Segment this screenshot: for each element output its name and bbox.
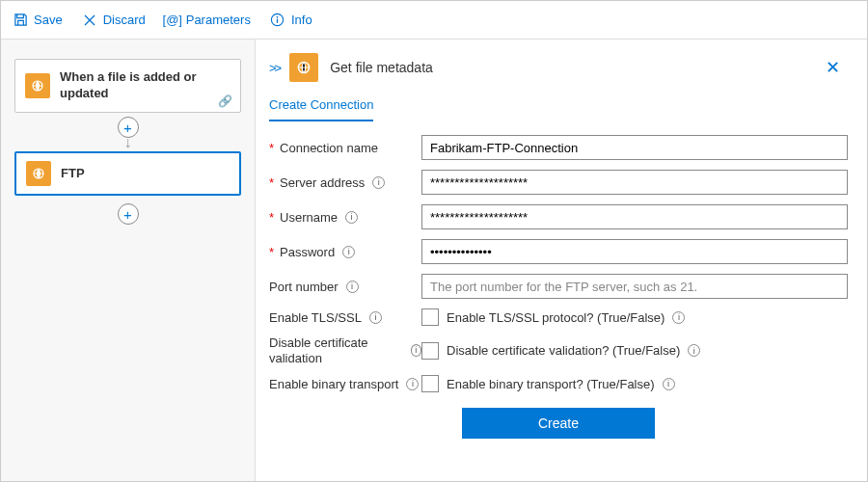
info-icon[interactable]: i: [369, 311, 382, 324]
info-icon[interactable]: i: [688, 344, 700, 357]
action-title: FTP: [61, 166, 85, 182]
disable-cert-label: Disable certificate validationi: [269, 335, 421, 365]
parameters-label: Parameters: [186, 13, 251, 27]
close-icon[interactable]: ✕: [818, 53, 848, 82]
connection-name-label: *Connection name: [269, 141, 421, 155]
ftp-icon: [25, 73, 50, 98]
collapse-icon[interactable]: >>: [269, 61, 280, 75]
enable-ssl-check-label: Enable TLS/SSL protocol? (True/False)i: [447, 310, 685, 325]
svg-point-1: [277, 16, 279, 18]
discard-label: Discard: [103, 13, 146, 27]
info-icon[interactable]: i: [672, 311, 685, 324]
svg-rect-2: [277, 19, 278, 23]
info-icon[interactable]: i: [372, 176, 385, 189]
password-label: *Passwordi: [269, 245, 421, 259]
ftp-action-node[interactable]: FTP: [14, 151, 241, 196]
enable-binary-checkbox[interactable]: [421, 375, 439, 392]
info-icon[interactable]: i: [346, 281, 359, 293]
username-input[interactable]: [421, 204, 848, 229]
designer-canvas: When a file is added or updated 🔗 + ↓ FT…: [1, 40, 256, 481]
panel-title: Get file metadata: [330, 60, 818, 75]
info-icon[interactable]: i: [345, 211, 358, 224]
link-icon: 🔗: [218, 94, 232, 108]
save-label: Save: [34, 13, 63, 27]
parameters-icon: [@]: [165, 13, 180, 28]
trigger-title: When a file is added or updated: [60, 69, 231, 102]
enable-binary-check-label: Enable binary transport? (True/False)i: [447, 377, 675, 391]
add-step-button-2[interactable]: +: [118, 203, 139, 225]
info-icon[interactable]: i: [406, 378, 419, 390]
details-panel: >> Get file metadata ✕ Create Connection…: [256, 40, 867, 481]
password-input[interactable]: [421, 239, 848, 264]
trigger-node[interactable]: When a file is added or updated 🔗: [14, 59, 241, 113]
enable-ssl-label: Enable TLS/SSLi: [269, 310, 421, 325]
arrow-down-icon: ↓: [124, 138, 132, 147]
info-icon[interactable]: i: [342, 246, 355, 258]
server-address-input[interactable]: [421, 170, 848, 195]
port-number-label: Port numberi: [269, 280, 421, 294]
disable-cert-checkbox[interactable]: [421, 342, 439, 360]
info-icon[interactable]: i: [411, 344, 421, 357]
save-button[interactable]: Save: [13, 13, 63, 28]
server-address-label: *Server addressi: [269, 175, 421, 190]
disable-cert-check-label: Disable certificate validation? (True/Fa…: [447, 343, 700, 358]
info-icon[interactable]: i: [663, 378, 675, 390]
info-label: Info: [291, 13, 312, 27]
toolbar: Save Discard [@] Parameters Info: [1, 1, 867, 40]
enable-ssl-checkbox[interactable]: [421, 308, 439, 326]
info-button[interactable]: Info: [270, 13, 312, 28]
username-label: *Usernamei: [269, 210, 421, 225]
discard-button[interactable]: Discard: [82, 13, 146, 28]
parameters-button[interactable]: [@] Parameters: [165, 13, 251, 28]
info-icon: [270, 13, 285, 28]
ftp-icon: [26, 161, 51, 186]
tab-create-connection[interactable]: Create Connection: [269, 92, 373, 121]
port-number-input[interactable]: [421, 274, 848, 299]
enable-binary-label: Enable binary transporti: [269, 377, 421, 391]
discard-icon: [82, 13, 97, 28]
ftp-icon: [289, 53, 318, 82]
save-icon: [13, 13, 28, 28]
create-button[interactable]: Create: [462, 408, 655, 439]
connection-name-input[interactable]: [421, 135, 848, 160]
